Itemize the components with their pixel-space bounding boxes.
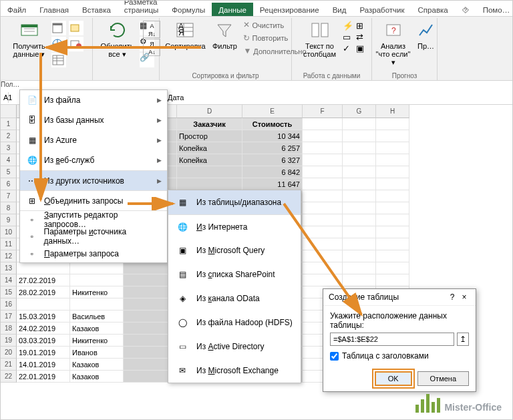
- submenu-item[interactable]: ▭Из Active Directory: [168, 335, 301, 359]
- cell[interactable]: [303, 202, 343, 214]
- cell[interactable]: [343, 142, 376, 154]
- menu-item[interactable]: ▫Запустить редактор запросов…: [20, 210, 167, 228]
- formula-bar[interactable]: Дата: [164, 92, 512, 103]
- cancel-button[interactable]: Отмена: [417, 371, 469, 386]
- help-icon[interactable]: ?: [446, 292, 458, 302]
- row-header[interactable]: 19: [1, 335, 17, 347]
- row-header[interactable]: 14: [1, 274, 17, 286]
- cell[interactable]: Простор: [177, 130, 242, 142]
- tab-2[interactable]: Вставка: [75, 3, 118, 16]
- cell[interactable]: [376, 190, 409, 202]
- menu-item[interactable]: 🌐Из веб-служб▶: [20, 150, 167, 170]
- relations-icon[interactable]: ⇄: [356, 32, 364, 42]
- cell[interactable]: 22.01.2019: [17, 371, 70, 383]
- from-table-icon[interactable]: [51, 53, 66, 67]
- row-header[interactable]: 13: [1, 262, 17, 274]
- what-if-button[interactable]: ? Анализ "что если" ▾: [373, 18, 413, 67]
- sort-button[interactable]: АЯ Сортировка: [163, 18, 207, 51]
- sort-za-icon[interactable]: ЯА↓: [143, 39, 160, 56]
- tab-11[interactable]: Помо…: [476, 3, 513, 16]
- cell[interactable]: [376, 202, 409, 214]
- cell[interactable]: [343, 178, 376, 190]
- cell[interactable]: [70, 298, 124, 310]
- name-box[interactable]: A1: [1, 92, 9, 103]
- col-header[interactable]: E: [242, 105, 303, 118]
- cell[interactable]: Никитенко: [70, 335, 124, 347]
- cell[interactable]: [303, 250, 343, 262]
- row-header[interactable]: 15: [1, 286, 17, 298]
- cell[interactable]: [343, 190, 376, 202]
- menu-item[interactable]: 📄Из файла▶: [20, 90, 167, 110]
- row-header[interactable]: 18: [1, 323, 17, 335]
- flash-fill-icon[interactable]: ⚡: [343, 21, 353, 31]
- cell[interactable]: Стоимость: [242, 118, 303, 130]
- col-header[interactable]: F: [303, 105, 343, 118]
- cell[interactable]: [343, 274, 376, 286]
- tab-4[interactable]: Формулы: [165, 3, 212, 16]
- cell[interactable]: [376, 142, 409, 154]
- submenu-item[interactable]: ▤Из списка SharePoint: [168, 262, 301, 286]
- cell[interactable]: 14.01.2019: [17, 359, 70, 371]
- cell[interactable]: Копейка: [177, 142, 242, 154]
- from-text-icon[interactable]: [51, 21, 66, 35]
- cell[interactable]: [376, 214, 409, 226]
- menu-item[interactable]: 🗄Из базы данных▶: [20, 110, 167, 130]
- row-header[interactable]: 2: [1, 130, 17, 142]
- cell[interactable]: [376, 178, 409, 190]
- tab-10[interactable]: ⯑: [455, 3, 476, 16]
- row-header[interactable]: 7: [1, 190, 17, 202]
- cell[interactable]: [343, 250, 376, 262]
- cell[interactable]: [303, 262, 343, 274]
- cell[interactable]: [303, 118, 343, 130]
- cell[interactable]: [303, 190, 343, 202]
- row-header[interactable]: 3: [1, 142, 17, 154]
- cell[interactable]: [343, 166, 376, 178]
- menu-item[interactable]: ⋯Из других источников▶: [20, 170, 167, 190]
- cell[interactable]: [70, 262, 124, 274]
- cell[interactable]: [343, 226, 376, 238]
- cell[interactable]: [303, 274, 343, 286]
- cell[interactable]: [343, 118, 376, 130]
- cell[interactable]: [343, 202, 376, 214]
- cell[interactable]: [70, 274, 124, 286]
- cell[interactable]: 10 344: [242, 130, 303, 142]
- data-validation-icon[interactable]: ✓: [343, 43, 353, 53]
- recent-sources-icon[interactable]: [69, 21, 83, 35]
- cell[interactable]: [376, 238, 409, 250]
- ok-button[interactable]: OK: [375, 371, 412, 386]
- cell[interactable]: Заказчик: [177, 118, 242, 130]
- row-header[interactable]: 6: [1, 178, 17, 190]
- get-data-button[interactable]: Получить данные ▾: [10, 18, 49, 59]
- submenu-item[interactable]: ▣Из Microsoft Query: [168, 238, 301, 262]
- data-model-icon[interactable]: ▣: [356, 43, 364, 53]
- existing-connections-icon[interactable]: [69, 37, 83, 51]
- cell[interactable]: [303, 214, 343, 226]
- row-header[interactable]: 8: [1, 202, 17, 214]
- cell[interactable]: [303, 226, 343, 238]
- cell[interactable]: [376, 226, 409, 238]
- cell[interactable]: [376, 154, 409, 166]
- tab-1[interactable]: Главная: [33, 3, 75, 16]
- cell[interactable]: 28.02.2019: [17, 286, 70, 298]
- tab-9[interactable]: Справка: [411, 3, 455, 16]
- cell[interactable]: [376, 118, 409, 130]
- tab-5[interactable]: Данные: [212, 3, 253, 16]
- row-header[interactable]: 20: [1, 347, 17, 359]
- submenu-item[interactable]: ▦Из таблицы/диапазона: [168, 190, 301, 214]
- cell[interactable]: 27.02.2019: [17, 274, 70, 286]
- col-header[interactable]: D: [177, 105, 242, 118]
- cell[interactable]: [177, 178, 242, 190]
- cell[interactable]: [343, 154, 376, 166]
- row-header[interactable]: 12: [1, 250, 17, 262]
- cell[interactable]: [303, 178, 343, 190]
- cell[interactable]: [303, 166, 343, 178]
- submenu-item[interactable]: 🌐Из Интернета: [168, 214, 301, 238]
- range-selector-icon[interactable]: ↥: [457, 333, 469, 346]
- from-web-icon[interactable]: [51, 37, 66, 51]
- row-header[interactable]: 11: [1, 238, 17, 250]
- cell[interactable]: [343, 130, 376, 142]
- row-header[interactable]: 10: [1, 226, 17, 238]
- cell[interactable]: Васильев: [70, 310, 124, 323]
- sort-az-icon[interactable]: АЯ↓: [143, 21, 160, 38]
- remove-duplicates-icon[interactable]: ▭: [343, 32, 353, 42]
